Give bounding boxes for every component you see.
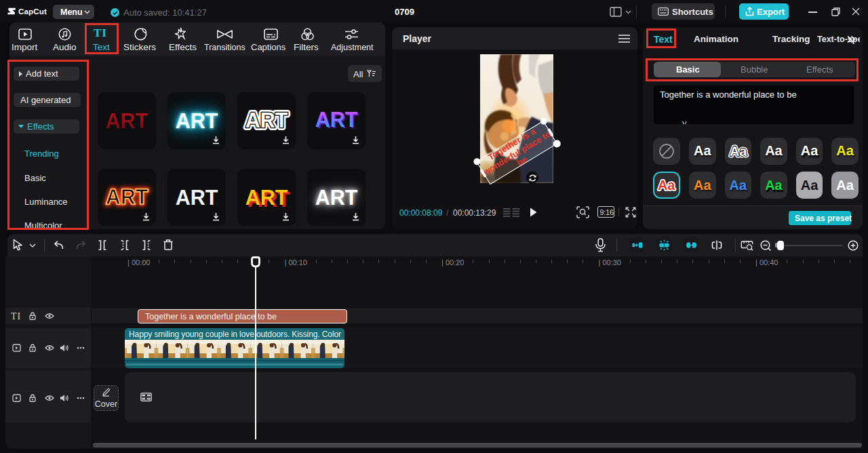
svg-text:ART: ART xyxy=(245,109,288,132)
svg-text:ART: ART xyxy=(106,185,149,208)
svg-text:Aa: Aa xyxy=(658,178,675,193)
svg-text:ART: ART xyxy=(315,108,358,131)
svg-text:Aa: Aa xyxy=(730,144,747,159)
